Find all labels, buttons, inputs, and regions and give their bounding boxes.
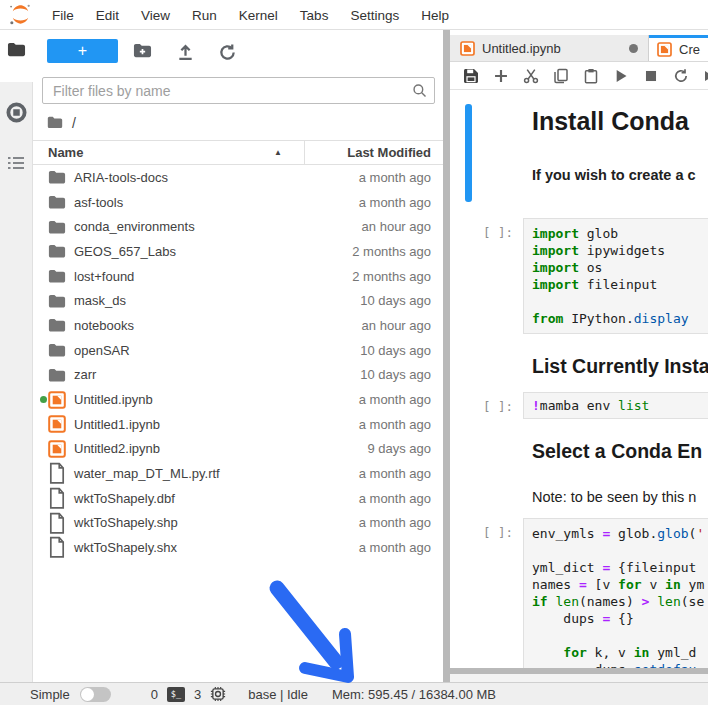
file-name: Untitled1.ipynb [74, 417, 160, 432]
menu-item-kernel[interactable]: Kernel [228, 8, 289, 23]
markdown-text: List Currently Insta [532, 354, 708, 378]
file-row[interactable]: Untitled.ipynb a month ago [33, 387, 443, 412]
filter-files-box [42, 77, 435, 104]
panel-divider[interactable] [443, 30, 450, 682]
selected-cell-indicator [465, 104, 472, 202]
breadcrumb-root[interactable]: / [72, 115, 76, 131]
folder-icon [48, 316, 66, 334]
notebook-cell-code[interactable]: [ ]: env_ymls = glob.glob(' yml_dict = {… [450, 518, 708, 668]
file-row[interactable]: notebooks an hour ago [33, 313, 443, 338]
file-modified: an hour ago [362, 318, 431, 333]
simple-mode-toggle[interactable] [80, 687, 111, 702]
terminal-icon[interactable]: $_ [167, 687, 185, 702]
markdown-text: Install Conda [532, 104, 696, 138]
file-row[interactable]: Untitled2.ipynb 9 days ago [33, 437, 443, 462]
stop-icon[interactable] [643, 68, 659, 84]
file-row[interactable]: mask_ds 10 days ago [33, 288, 443, 313]
notebook-cell-markdown[interactable]: Install CondaIf you wish to create a c [450, 104, 708, 184]
file-row[interactable]: wktToShapely.dbf a month ago [33, 486, 443, 511]
file-row[interactable]: wktToShapely.shx a month ago [33, 535, 443, 560]
list-icon[interactable] [7, 156, 25, 170]
breadcrumb[interactable]: / [47, 115, 76, 131]
notebook-cell-code[interactable]: [ ]: import globimport ipywidgetsimport … [450, 218, 708, 334]
file-modified: a month ago [359, 170, 431, 185]
terminals-count[interactable]: 0 [151, 687, 158, 702]
file-name: wktToShapely.shx [74, 540, 177, 555]
file-modified: an hour ago [362, 219, 431, 234]
save-icon[interactable] [463, 68, 479, 84]
column-header-name[interactable]: Name ▲ [33, 141, 305, 164]
running-sessions-icon[interactable] [6, 102, 27, 123]
cell-prompt [450, 104, 523, 184]
add-icon[interactable] [493, 68, 509, 84]
file-modified: 10 days ago [360, 343, 431, 358]
file-row[interactable]: ARIA-tools-docs a month ago [33, 165, 443, 190]
menubar: FileEditViewRunKernelTabsSettingsHelp [0, 0, 708, 30]
run-icon[interactable] [613, 68, 629, 84]
notebook-cell-markdown[interactable]: Select a Conda EnNote: to be seen by thi… [450, 439, 708, 506]
cell-prompt: [ ]: [450, 518, 523, 668]
cut-icon[interactable] [523, 68, 539, 84]
paste-icon[interactable] [583, 68, 599, 84]
cell-prompt: [ ]: [450, 218, 523, 334]
code-editor[interactable]: !mamba env list [523, 392, 708, 419]
kernels-count[interactable]: 3 [194, 687, 201, 702]
notebook-cell-markdown[interactable]: List Currently Insta [450, 354, 708, 378]
new-folder-icon[interactable] [133, 43, 152, 60]
file-row[interactable]: conda_environments an hour ago [33, 214, 443, 239]
running-kernel-dot [40, 396, 47, 403]
file-row[interactable]: asf-tools a month ago [33, 190, 443, 215]
file-icon [48, 539, 66, 557]
file-row[interactable]: lost+found 2 months ago [33, 264, 443, 289]
home-folder-icon[interactable] [47, 116, 63, 130]
code-editor[interactable]: import globimport ipywidgetsimport osimp… [523, 218, 708, 334]
menu-item-settings[interactable]: Settings [339, 8, 410, 23]
filter-files-input[interactable] [42, 77, 435, 104]
menu-item-file[interactable]: File [41, 8, 85, 23]
file-browser-icon[interactable] [7, 42, 26, 58]
tab-label: Cre [679, 42, 700, 57]
menu-item-view[interactable]: View [130, 8, 181, 23]
upload-icon[interactable] [176, 42, 195, 59]
kernel-icon[interactable] [210, 686, 226, 702]
file-row[interactable]: zarr 10 days ago [33, 363, 443, 388]
file-name: conda_environments [74, 219, 195, 234]
tab-bar: Untitled.ipynb Cre [450, 35, 708, 62]
tab-create[interactable]: Cre [649, 35, 708, 61]
file-name: lost+found [74, 269, 134, 284]
cells: Install CondaIf you wish to create a c [… [450, 104, 708, 668]
file-name: wktToShapely.shp [74, 515, 178, 530]
file-modified: 2 months ago [352, 269, 431, 284]
menu-item-edit[interactable]: Edit [85, 8, 130, 23]
file-row[interactable]: water_map_DT_ML.py.rtf a month ago [33, 461, 443, 486]
file-modified: a month ago [359, 392, 431, 407]
run-all-icon[interactable] [703, 68, 708, 84]
file-modified: a month ago [359, 195, 431, 210]
file-row[interactable]: openSAR 10 days ago [33, 338, 443, 363]
tab-untitled-ipynb[interactable]: Untitled.ipynb [450, 35, 649, 61]
notebook-icon [48, 440, 66, 458]
folder-icon [48, 193, 66, 211]
markdown-text: Note: to be seen by this n [532, 488, 702, 506]
menu-item-tabs[interactable]: Tabs [289, 8, 340, 23]
restart-icon[interactable] [673, 68, 689, 84]
notebook-icon [48, 391, 66, 409]
memory-usage: Mem: 595.45 / 16384.00 MB [332, 687, 496, 702]
notebook-cell-code[interactable]: [ ]: !mamba env list [450, 392, 708, 419]
kernel-status[interactable]: base | Idle [248, 687, 308, 702]
markdown-text: If you wish to create a c [532, 166, 696, 184]
cell-prompt: [ ]: [450, 392, 523, 419]
copy-icon[interactable] [553, 68, 569, 84]
file-row[interactable]: Untitled1.ipynb a month ago [33, 412, 443, 437]
file-row[interactable]: GEOS_657_Labs 2 months ago [33, 239, 443, 264]
file-name: Untitled2.ipynb [74, 441, 160, 456]
menu-item-run[interactable]: Run [181, 8, 228, 23]
file-row[interactable]: wktToShapely.shp a month ago [33, 511, 443, 536]
code-editor[interactable]: env_ymls = glob.glob(' yml_dict = {filei… [523, 518, 708, 668]
menu-item-help[interactable]: Help [410, 8, 460, 23]
notebook-icon [657, 42, 672, 57]
refresh-icon[interactable] [218, 43, 237, 60]
column-header-last-modified[interactable]: Last Modified [305, 141, 443, 164]
new-launcher-button[interactable]: + [47, 39, 118, 63]
file-modified: 9 days ago [367, 441, 431, 456]
